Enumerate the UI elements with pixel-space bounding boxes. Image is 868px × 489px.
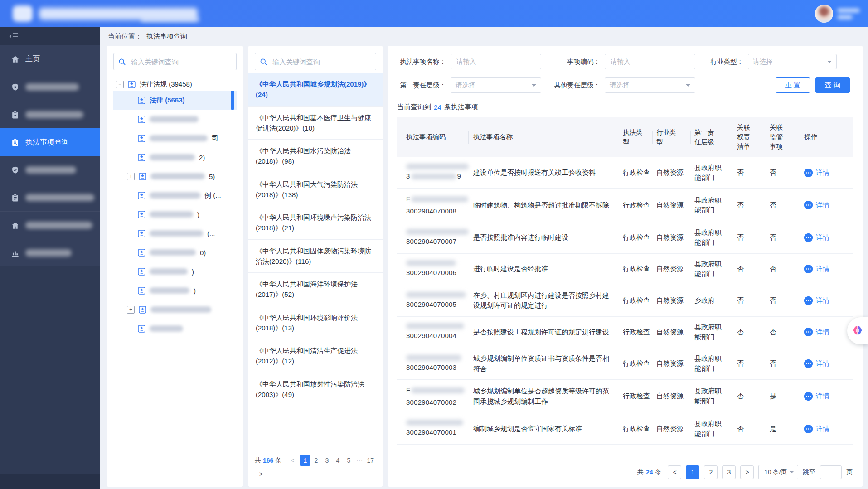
avatar[interactable] xyxy=(815,5,833,23)
column-header: 行业类型 xyxy=(653,128,691,147)
supervision-cell: 否 xyxy=(766,168,800,178)
law-list-item[interactable]: 《中华人民共和国水污染防治法(2018)》(98) xyxy=(248,140,383,173)
more-icon[interactable] xyxy=(804,265,813,273)
detail-link[interactable]: 详情 xyxy=(816,264,829,274)
user-name-line xyxy=(837,8,860,13)
industry-type-cell: 自然资源 xyxy=(653,424,691,434)
expand-node-icon[interactable]: + xyxy=(127,306,135,314)
item-name-input[interactable] xyxy=(456,58,536,66)
jump-page-input[interactable] xyxy=(820,465,842,479)
law-list-item[interactable]: 《中华人民共和国大气污染防治法(2018)》(138) xyxy=(248,173,383,207)
tree-node-blurred-4[interactable]: +5) xyxy=(113,167,237,186)
page-number-2[interactable]: 2 xyxy=(704,465,718,479)
tree-node-blurred-2[interactable]: 司... xyxy=(113,129,237,148)
search-button[interactable]: 查 询 xyxy=(815,77,850,93)
tree-node-blurred-6[interactable]: ) xyxy=(113,205,237,224)
duty-list-cell: 否 xyxy=(733,295,766,306)
more-icon[interactable] xyxy=(804,425,813,433)
code-cell: 3002904070005 xyxy=(397,292,469,310)
law-search-box xyxy=(255,53,376,70)
sidebar-item-blurred-4[interactable] xyxy=(0,156,100,184)
table-total-suffix: 条 xyxy=(655,468,661,476)
sidebar-item-blurred-5[interactable] xyxy=(0,184,100,211)
prev-page-icon[interactable]: < xyxy=(287,455,298,466)
tree-node-blurred-9[interactable]: ) xyxy=(113,262,237,281)
more-icon[interactable] xyxy=(804,233,813,242)
first-level-select[interactable]: 请选择 xyxy=(451,77,541,93)
more-icon[interactable] xyxy=(804,392,813,401)
tree-node-blurred-8[interactable]: 0) xyxy=(113,243,237,262)
tree-node-blurred-11[interactable]: + xyxy=(113,300,237,319)
expand-node-icon[interactable]: + xyxy=(127,173,135,180)
reset-button[interactable]: 重 置 xyxy=(776,77,810,93)
law-list-item[interactable]: 《中华人民共和国清洁生产促进法(2012)》(12) xyxy=(248,339,383,373)
collapse-node-icon[interactable]: − xyxy=(116,81,124,88)
tree-node-blurred-1[interactable] xyxy=(113,110,237,129)
page-number-17[interactable]: 17 xyxy=(365,455,376,466)
page-number-1[interactable]: 1 xyxy=(300,455,310,466)
detail-link[interactable]: 详情 xyxy=(816,295,829,306)
collapse-sidebar-icon[interactable] xyxy=(9,33,19,40)
tree-search-input[interactable] xyxy=(130,58,232,66)
summary-count: 24 xyxy=(434,103,441,111)
detail-link[interactable]: 详情 xyxy=(816,358,829,369)
tree-label-fragment: ) xyxy=(192,268,194,276)
tree-node-blurred-3[interactable]: 2) xyxy=(113,148,237,167)
law-list-item[interactable]: 《中华人民共和国城乡规划法(2019)》(24) xyxy=(248,73,383,107)
law-list-item[interactable]: 《中华人民共和国基本医疗卫生与健康促进法(2020)》(10) xyxy=(248,107,383,140)
law-list-item[interactable]: 《中华人民共和国海洋环境保护法(2017)》(52) xyxy=(248,273,383,306)
item-code-input[interactable] xyxy=(610,58,690,66)
page-number-2[interactable]: 2 xyxy=(310,455,321,466)
page-number-1[interactable]: 1 xyxy=(686,465,699,479)
sidebar-item-blurred-2[interactable] xyxy=(0,101,100,128)
law-list-item[interactable]: 《中华人民共和国放射性污染防治法(2003)》(49) xyxy=(248,373,383,407)
detail-link[interactable]: 详情 xyxy=(816,232,829,243)
law-total-count: 166 xyxy=(263,457,273,464)
tree-node-法律 (5663)[interactable]: 法律 (5663) xyxy=(113,91,237,110)
page-number-4[interactable]: 4 xyxy=(332,455,343,466)
industry-type-select[interactable]: 请选择 xyxy=(748,54,837,69)
sidebar-item-blurred-1[interactable] xyxy=(0,73,100,101)
detail-link[interactable]: 详情 xyxy=(816,424,829,434)
item-name-cell: 在乡、村庄规划区内进行建设是否按照乡村建设规划许可证的规定进行 xyxy=(469,290,619,311)
law-badge-icon xyxy=(138,135,145,142)
chevron-down-icon xyxy=(532,84,536,89)
duty-list-cell: 否 xyxy=(733,168,766,178)
tree-node-blurred-5[interactable]: 例 (... xyxy=(113,186,237,205)
more-icon[interactable] xyxy=(804,359,813,368)
detail-link[interactable]: 详情 xyxy=(816,200,829,211)
more-icon[interactable] xyxy=(804,328,813,336)
law-badge-icon xyxy=(138,325,145,333)
law-title: 《中华人民共和国环境影响评价法(2018)》(13) xyxy=(256,314,358,332)
more-icon[interactable] xyxy=(804,296,813,305)
tree-node-blurred-10[interactable]: ) xyxy=(113,281,237,300)
next-page-icon[interactable]: > xyxy=(256,469,267,479)
sidebar-item-blurred-7[interactable] xyxy=(0,239,100,266)
blurred-tree-label xyxy=(150,249,196,256)
other-level-select[interactable]: 请选择 xyxy=(605,77,695,93)
sidebar-item-主页[interactable]: 主页 xyxy=(0,45,100,73)
page-size-select[interactable]: 10 条/页 xyxy=(758,465,798,479)
supervision-cell: 否 xyxy=(766,200,800,211)
detail-link[interactable]: 详情 xyxy=(816,327,829,338)
breadcrumb-current: 执法事项查询 xyxy=(146,32,187,41)
page-number-3[interactable]: 3 xyxy=(722,465,736,479)
sidebar-item-blurred-6[interactable] xyxy=(0,211,100,239)
detail-link[interactable]: 详情 xyxy=(816,168,829,178)
tree-root-node[interactable]: − 法律法规 (39458) xyxy=(116,80,236,89)
law-search-input[interactable] xyxy=(272,58,371,66)
more-icon[interactable] xyxy=(804,201,813,209)
prev-page-icon[interactable]: < xyxy=(668,465,681,479)
breadcrumb: 当前位置： 执法事项查询 xyxy=(100,27,868,46)
law-list-item[interactable]: 《中华人民共和国固体废物污染环境防治法(2020)》(116) xyxy=(248,240,383,273)
tree-node-blurred-7[interactable]: (... xyxy=(113,224,237,243)
sidebar-item-执法事项查询[interactable]: 执法事项查询 xyxy=(0,128,100,156)
law-list-item[interactable]: 《中华人民共和国环境噪声污染防治法(2018)》(21) xyxy=(248,206,383,240)
page-number-3[interactable]: 3 xyxy=(321,455,332,466)
page-number-5[interactable]: 5 xyxy=(343,455,354,466)
detail-link[interactable]: 详情 xyxy=(816,391,829,402)
tree-node-blurred-12[interactable] xyxy=(113,319,237,338)
law-list-item[interactable]: 《中华人民共和国环境影响评价法(2018)》(13) xyxy=(248,306,383,340)
more-icon[interactable] xyxy=(804,169,813,177)
next-page-icon[interactable]: > xyxy=(740,465,754,479)
